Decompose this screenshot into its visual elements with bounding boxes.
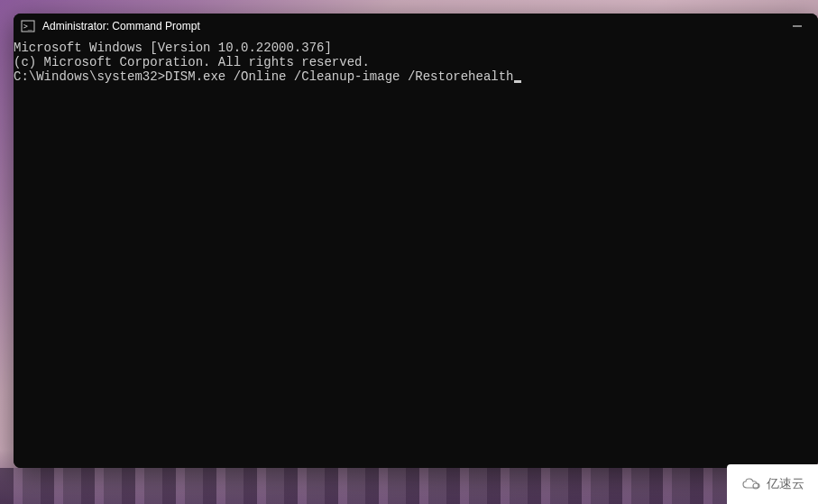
minimize-button[interactable] <box>777 14 818 39</box>
svg-text:>_: >_ <box>23 23 32 31</box>
window-title: Administrator: Command Prompt <box>42 20 777 32</box>
terminal-output-area[interactable]: Microsoft Windows [Version 10.0.22000.37… <box>14 39 818 468</box>
watermark-badge: 亿速云 <box>727 464 818 504</box>
terminal-prompt-line: C:\Windows\system32>DISM.exe /Online /Cl… <box>14 69 818 84</box>
cloud-icon <box>741 477 763 491</box>
prompt-path: C:\Windows\system32> <box>14 69 165 84</box>
title-bar[interactable]: >_ Administrator: Command Prompt <box>14 14 818 39</box>
typed-command: DISM.exe /Online /Cleanup-image /Restore… <box>165 69 513 84</box>
terminal-line-copyright: (c) Microsoft Corporation. All rights re… <box>14 55 818 69</box>
terminal-line-version: Microsoft Windows [Version 10.0.22000.37… <box>14 41 818 55</box>
cmd-icon: >_ <box>21 19 35 33</box>
cursor <box>514 80 521 83</box>
window-controls <box>777 14 818 39</box>
command-prompt-window: >_ Administrator: Command Prompt Microso… <box>14 14 818 468</box>
watermark-text: 亿速云 <box>767 476 804 492</box>
